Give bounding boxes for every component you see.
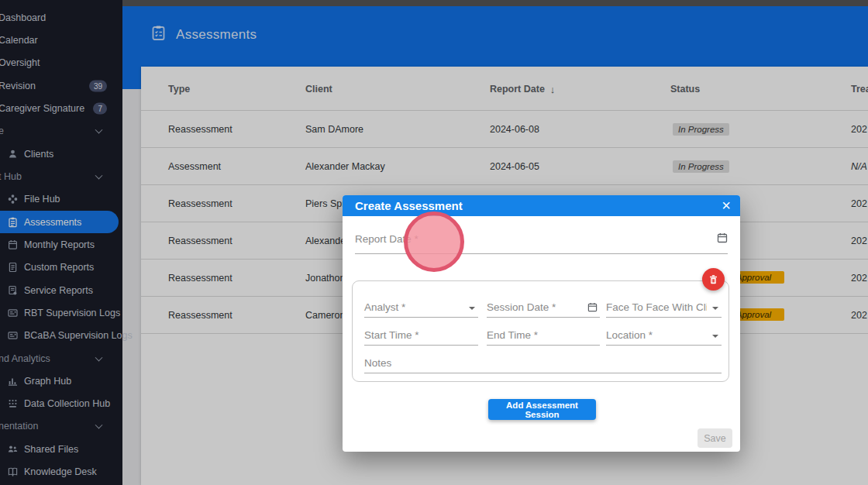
start-time-field[interactable]: Start Time * [364, 329, 419, 341]
add-assessment-session-button[interactable]: Add Assessment Session [488, 399, 596, 420]
start-time-underline [364, 345, 478, 346]
end-time-field[interactable]: End Time * [487, 329, 538, 341]
notes-underline [364, 373, 722, 373]
create-assessment-modal: Create Assessment × Report Date * Analys… [343, 195, 740, 452]
delete-session-button[interactable] [702, 268, 725, 291]
chevron-down-icon[interactable] [712, 307, 718, 310]
analyst-underline [364, 317, 478, 318]
calendar-icon[interactable] [587, 301, 598, 315]
calendar-icon[interactable] [717, 232, 728, 246]
chevron-down-icon[interactable] [712, 335, 718, 338]
chevron-down-icon[interactable] [469, 307, 475, 310]
face-to-face-underline [606, 317, 722, 318]
highlight-circle-annotation [404, 212, 464, 272]
session-date-underline [487, 317, 600, 318]
trash-icon [708, 274, 718, 285]
analyst-select[interactable]: Analyst * [364, 301, 405, 313]
assessment-session-box: Analyst * Session Date * Face To Face Wi… [352, 280, 729, 382]
notes-field[interactable]: Notes [364, 357, 391, 369]
session-date-field[interactable]: Session Date * [487, 301, 556, 313]
modal-header: Create Assessment × [343, 195, 740, 216]
modal-title: Create Assessment [355, 199, 463, 212]
end-time-underline [487, 345, 600, 346]
location-select[interactable]: Location * [606, 329, 653, 341]
save-button[interactable]: Save [698, 428, 732, 448]
close-icon[interactable]: × [722, 195, 731, 216]
location-underline [606, 345, 722, 346]
face-to-face-select[interactable]: Face To Face With Clien… [606, 301, 707, 313]
